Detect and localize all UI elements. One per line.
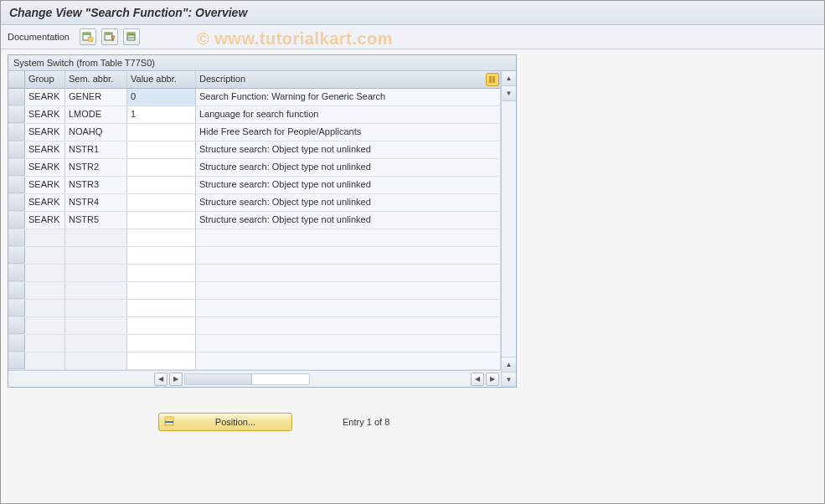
page-title: Change View "Search Function": Overview [1,1,824,25]
row-selector[interactable] [8,352,25,369]
table-row[interactable] [8,352,501,370]
row-selector[interactable] [8,106,25,123]
svg-rect-4 [105,33,112,35]
cell-val[interactable] [127,194,196,211]
cell-val[interactable] [127,300,196,316]
hscroll-left2-icon[interactable]: ◀ [471,373,484,386]
cell-sem [65,282,127,299]
col-header-val[interactable]: Value abbr. [127,71,196,88]
table-row[interactable]: SEARKNSTR2Structure search: Object type … [8,159,501,177]
select-all-header[interactable] [8,71,25,88]
cell-desc [196,265,501,281]
vscroll-up2-icon[interactable]: ▲ [502,357,516,372]
row-selector[interactable] [8,247,25,264]
table-row[interactable] [8,247,501,265]
copy-entry-button[interactable] [101,28,118,45]
hscroll-right-icon[interactable]: ▶ [169,373,183,386]
table-copy-icon [104,31,116,43]
col-header-group[interactable]: Group [25,71,65,88]
table-row[interactable] [8,282,501,300]
row-selector[interactable] [8,194,25,211]
cell-val[interactable] [127,282,196,299]
app-window: Change View "Search Function": Overview … [0,0,825,504]
position-button[interactable]: Position... [158,413,292,431]
cell-val[interactable] [127,159,196,176]
col-header-desc[interactable]: Description [196,71,501,88]
hscroll-track[interactable] [184,373,310,385]
vscroll-track[interactable] [502,101,516,357]
cell-val[interactable] [127,177,196,193]
cell-group: SEARK [25,89,65,105]
table-row[interactable] [8,335,501,352]
cell-val[interactable] [127,124,196,141]
cell-group [25,282,65,299]
table-row[interactable]: SEARKNSTR5Structure search: Object type … [8,212,501,229]
cell-val[interactable] [127,335,196,352]
row-selector[interactable] [8,212,25,229]
hscroll-right2-icon[interactable]: ▶ [486,373,499,386]
grid-panel: System Switch (from Table T77S0) Group S… [8,54,517,388]
documentation-label[interactable]: Documentation [8,32,70,42]
table-row[interactable]: SEARKNSTR1Structure search: Object type … [8,141,501,159]
cell-desc [196,335,501,352]
table-row[interactable] [8,229,501,247]
delete-entry-button[interactable] [123,28,140,45]
cell-sem: NSTR4 [65,194,127,211]
cell-val[interactable] [127,229,196,246]
vscroll-down-icon[interactable]: ▼ [502,86,516,101]
cell-desc: Structure search: Object type not unlink… [196,159,501,176]
cell-group [25,352,65,369]
row-selector[interactable] [8,124,25,141]
toolbar: Documentation [1,25,824,49]
cell-group: SEARK [25,194,65,211]
cell-val[interactable] [127,212,196,229]
row-selector[interactable] [8,177,25,193]
new-entries-button[interactable] [80,28,96,45]
table-row[interactable]: SEARKLMODE1Language for search function [8,106,501,124]
cell-val[interactable]: 0 [127,89,196,105]
svg-rect-13 [165,421,173,423]
cell-sem: NSTR5 [65,212,127,229]
vscroll-down2-icon[interactable]: ▼ [502,372,516,387]
row-selector[interactable] [8,141,25,158]
svg-point-2 [88,37,93,42]
row-selector[interactable] [8,317,25,334]
cell-val[interactable] [127,141,196,158]
row-selector[interactable] [8,89,25,105]
svg-rect-1 [83,33,90,35]
col-header-sem[interactable]: Sem. abbr. [65,71,127,88]
configure-columns-icon[interactable] [486,73,499,86]
hscroll-left-icon[interactable]: ◀ [154,373,168,386]
row-selector[interactable] [8,229,25,246]
cell-sem: GENER [65,89,127,105]
row-selector[interactable] [8,265,25,281]
cell-sem: NSTR2 [65,159,127,176]
cell-val[interactable] [127,265,196,281]
table-row[interactable]: SEARKGENER0Search Function: Warning for … [8,89,501,106]
content-area: System Switch (from Table T77S0) Group S… [1,49,824,503]
table-row[interactable]: SEARKNSTR3Structure search: Object type … [8,177,501,194]
row-selector[interactable] [8,159,25,176]
row-selector[interactable] [8,300,25,316]
cell-val[interactable]: 1 [127,106,196,123]
cell-group [25,300,65,316]
table-row[interactable] [8,265,501,282]
cell-val[interactable] [127,352,196,369]
table-row[interactable]: SEARKNOAHQHide Free Search for People/Ap… [8,124,501,141]
footer: Position... Entry 1 of 8 [8,413,817,431]
vscroll-up-icon[interactable]: ▲ [502,71,516,86]
cell-group: SEARK [25,141,65,158]
row-selector[interactable] [8,335,25,352]
table-row[interactable] [8,300,501,317]
horizontal-scrollbar: ◀ ▶ ◀ ▶ [8,370,501,387]
table-row[interactable] [8,317,501,335]
hscroll-thumb[interactable] [185,374,252,384]
table-row[interactable]: SEARKNSTR4Structure search: Object type … [8,194,501,212]
cell-val[interactable] [127,247,196,264]
cell-desc [196,317,501,334]
position-icon [164,416,176,428]
cell-sem [65,229,127,246]
position-label: Position... [184,417,286,427]
cell-val[interactable] [127,317,196,334]
row-selector[interactable] [8,282,25,299]
